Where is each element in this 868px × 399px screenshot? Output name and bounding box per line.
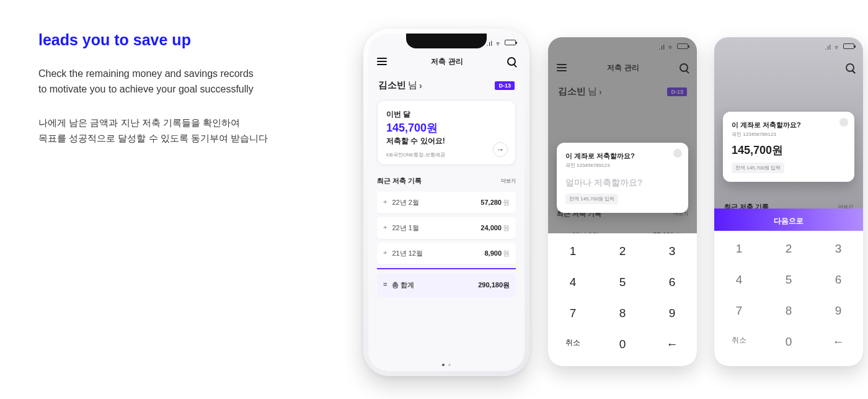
key-backspace[interactable]: ←: [647, 331, 697, 357]
records-title: 최근 저축 기록: [377, 176, 422, 186]
record-month: 22년 1월: [392, 223, 418, 233]
key-7[interactable]: 7: [548, 300, 598, 326]
key-9[interactable]: 9: [647, 300, 697, 326]
plus-icon: +: [383, 198, 387, 207]
record-amount: 8,900: [484, 249, 502, 257]
search-icon[interactable]: [846, 63, 854, 72]
key-9[interactable]: 9: [813, 298, 863, 324]
record-unit: 원: [503, 249, 510, 257]
record-row[interactable]: +21년 12월 8,900원: [377, 243, 516, 264]
key-4[interactable]: 4: [548, 269, 598, 295]
phone3-screen: .ılᯤ 저축 관리 김소빈님› D-13 이 계좌로 저축할까요? 국민 12…: [714, 37, 863, 366]
card-line1: 이번 달: [386, 109, 507, 120]
record-row[interactable]: +22년 1월 24,000원: [377, 217, 516, 239]
close-icon[interactable]: [839, 118, 848, 127]
record-unit: 원: [503, 224, 510, 231]
key-5[interactable]: 5: [764, 267, 813, 293]
phone-mockup-1: .ılᯤ 저축 관리 김소빈님 › D-13 이번 달 145,700원 저축할…: [363, 29, 529, 376]
description-ko: 나에게 남은 금액과 지난 저축 기록들을 확인하여 목표를 성공적으로 달성할…: [38, 115, 311, 146]
search-icon[interactable]: [507, 57, 516, 66]
plus-icon: +: [383, 249, 387, 258]
key-6[interactable]: 6: [813, 267, 863, 293]
key-8[interactable]: 8: [598, 300, 647, 326]
record-amount: 24,000: [480, 224, 502, 231]
menu-icon[interactable]: [377, 58, 387, 65]
modal-account: 국민 123456789123: [565, 162, 680, 169]
record-row[interactable]: +22년 2월 57,280원: [377, 192, 516, 213]
record-amount: 57,280: [480, 199, 502, 206]
status-icons: .ılᯤ: [825, 43, 854, 51]
modal-title: 이 계좌로 저축할까요?: [565, 151, 680, 161]
key-backspace[interactable]: ←: [813, 329, 863, 355]
card-next-button[interactable]: →: [493, 142, 508, 157]
key-7[interactable]: 7: [714, 298, 764, 324]
dday-badge: D-13: [495, 81, 515, 90]
phone2-screen: .ılᯤ 저축 관리 김소빈님› D-13 최근 저축 기록 더보기 +22년 …: [548, 37, 697, 366]
total-unit: 원: [503, 281, 510, 289]
key-0[interactable]: 0: [764, 329, 813, 355]
record-month: 22년 2월: [392, 198, 418, 207]
next-button[interactable]: 다음으로: [714, 208, 863, 234]
modal-title: 이 계좌로 저축할까요?: [732, 120, 846, 130]
equals-icon: =: [383, 280, 387, 290]
pager-dots: [442, 364, 451, 366]
page-title: leads you to save up: [38, 31, 311, 49]
card-line3: 저축할 수 있어요!: [386, 136, 507, 146]
user-suffix: 님: [408, 79, 417, 91]
key-5[interactable]: 5: [598, 269, 647, 295]
card-account: KB국민ONE통장-보통예금: [386, 151, 507, 158]
header-title: 저축 관리: [431, 56, 463, 67]
chevron-right-icon: ›: [419, 81, 422, 91]
phone1-screen: .ılᯤ 저축 관리 김소빈님 › D-13 이번 달 145,700원 저축할…: [368, 34, 525, 371]
numeric-keypad: 1 2 3 4 5 6 7 8 9 취소 0 ←: [548, 233, 697, 366]
key-6[interactable]: 6: [647, 269, 697, 295]
record-unit: 원: [503, 199, 510, 206]
total-amount: 290,180: [478, 281, 503, 289]
records-more-link[interactable]: 더보기: [501, 177, 516, 184]
key-0[interactable]: 0: [598, 331, 647, 357]
savings-amount-card: 이번 달 145,700원 저축할 수 있어요! KB국민ONE통장-보통예금 …: [377, 100, 516, 165]
key-cancel[interactable]: 취소: [548, 331, 598, 357]
iphone-notch: [406, 34, 487, 48]
save-modal: 이 계좌로 저축할까요? 국민 123456789123 얼마나 저축할까요? …: [557, 143, 688, 213]
balance-badge[interactable]: 잔액 145,700원 입력: [732, 163, 784, 173]
key-1[interactable]: 1: [714, 236, 764, 262]
divider-accent: [377, 268, 516, 269]
key-cancel[interactable]: 취소: [714, 329, 764, 355]
balance-badge[interactable]: 잔액 145,700원 입력: [565, 194, 618, 204]
card-amount: 145,700원: [386, 120, 507, 135]
numeric-keypad: 1 2 3 4 5 6 7 8 9 취소 0 ←: [714, 231, 863, 366]
key-3[interactable]: 3: [647, 238, 697, 264]
record-month: 21년 12월: [392, 249, 423, 258]
modal-amount: 145,700원: [732, 143, 846, 158]
modal-account: 국민 123456789123: [732, 131, 846, 138]
total-label: 총 합계: [392, 280, 414, 290]
key-8[interactable]: 8: [764, 298, 813, 324]
user-name[interactable]: 김소빈님 ›: [378, 79, 422, 91]
save-modal: 이 계좌로 저축할까요? 국민 123456789123 145,700원 잔액…: [723, 112, 854, 182]
total-row: =총 합계 290,180원: [377, 273, 516, 297]
close-icon[interactable]: [673, 149, 682, 158]
key-2[interactable]: 2: [764, 236, 813, 262]
key-3[interactable]: 3: [813, 236, 863, 262]
phone-mockup-2: .ılᯤ 저축 관리 김소빈님› D-13 최근 저축 기록 더보기 +22년 …: [548, 37, 697, 366]
plus-icon: +: [383, 223, 387, 233]
status-icons: .ılᯤ: [486, 40, 516, 47]
user-name-text: 김소빈: [378, 79, 406, 91]
modal-placeholder: 얼마나 저축할까요?: [565, 177, 680, 189]
phone-mockup-3: .ılᯤ 저축 관리 김소빈님› D-13 이 계좌로 저축할까요? 국민 12…: [714, 37, 863, 366]
key-2[interactable]: 2: [598, 238, 647, 264]
description-en: Check the remaining money and savings re…: [38, 66, 311, 97]
app-header: 저축 관리: [368, 52, 525, 71]
key-4[interactable]: 4: [714, 267, 764, 293]
key-1[interactable]: 1: [548, 238, 598, 264]
